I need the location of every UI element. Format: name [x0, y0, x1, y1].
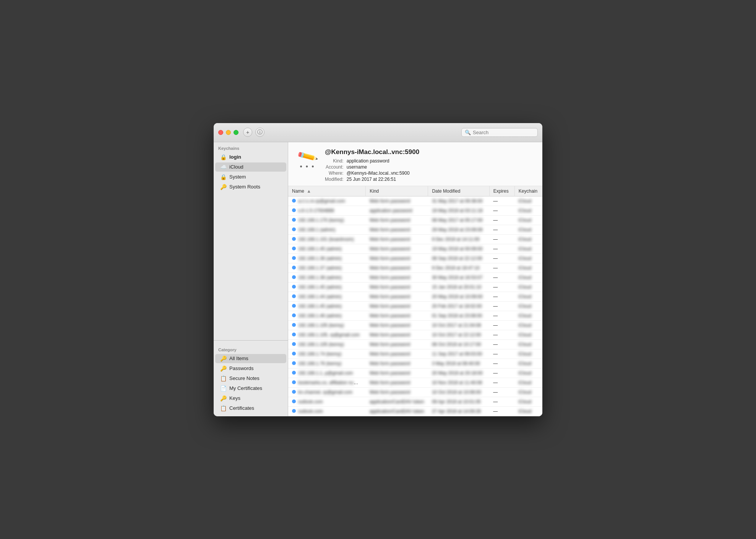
cell-keychain: iCloud [514, 263, 542, 273]
row-dot-icon [292, 333, 296, 336]
row-dot-icon [292, 247, 296, 250]
sidebar-item-system[interactable]: 🔒 System [215, 172, 286, 182]
minimize-button[interactable] [226, 130, 231, 135]
cell-name: 192.168.1.105 (kenny) [288, 339, 366, 349]
cell-name: a.t.l.c.m.rp@gmail.com [288, 196, 366, 206]
cell-expires: — [489, 349, 514, 359]
col-header-keychain[interactable]: Keychain [514, 186, 542, 196]
cell-expires: — [489, 359, 514, 368]
table-row[interactable]: 192.168.1.170 (kenny)Web form password08… [288, 215, 542, 225]
table-row[interactable]: 192.168.1.44 (admin)Web form password20 … [288, 292, 542, 301]
cert-icon: 📄 [220, 385, 227, 391]
col-header-name[interactable]: Name ▲ [288, 186, 366, 196]
cell-expires: — [489, 273, 514, 282]
search-box[interactable]: 🔍 [461, 128, 538, 137]
row-name-text: a.t.l.c.m.rp@gmail.com [298, 198, 345, 204]
table-row[interactable]: kn.channel, rp@gmail.comWeb form passwor… [288, 387, 542, 397]
content-area: Keychains 🔒 login ☁️ iCloud 🔒 System 🔑 S… [214, 142, 542, 416]
cell-keychain: iCloud [514, 273, 542, 282]
cell-name: s.6-1.5-17004888 [288, 206, 366, 215]
col-header-expires[interactable]: Expires [489, 186, 514, 196]
cell-date: 08 Sep 2018 at 22:12:09 [428, 253, 489, 263]
sidebar-item-icloud[interactable]: ☁️ iCloud [215, 162, 286, 172]
cell-expires: — [489, 225, 514, 234]
cell-kind: Web form password [366, 339, 428, 349]
cell-date: 10 Oct 2017 at 22:12:00 [428, 330, 489, 339]
table-row[interactable]: 192.168.1.76 (kenny)Web form password3 M… [288, 359, 542, 368]
cell-keychain: iCloud [514, 311, 542, 320]
sidebar-item-system-roots[interactable]: 🔑 System Roots [215, 182, 286, 192]
table-row[interactable]: bookmarks.co, affiliation numberWeb form… [288, 378, 542, 387]
table-row[interactable]: a.t.l.c.m.rp@gmail.comWeb form password3… [288, 196, 542, 206]
cell-date: 20 May 2018 at 20:18:00 [428, 368, 489, 378]
info-button[interactable]: ⓘ [255, 128, 264, 137]
lock-icon: 🔒 [220, 154, 227, 160]
maximize-button[interactable] [234, 130, 238, 135]
table-container[interactable]: Name ▲ Kind Date Modified Expires Keycha… [288, 186, 542, 416]
certificates-icon: 📋 [220, 405, 227, 411]
add-button[interactable]: + [243, 128, 252, 137]
sidebar-item-all-items[interactable]: 🔑 All Items [215, 354, 286, 363]
sidebar-divider [214, 340, 288, 341]
table-row[interactable]: 192.168.1.46 (admin)Web form password01 … [288, 311, 542, 320]
cell-expires: — [489, 387, 514, 397]
row-name-text: 192.168.1.45 (admin) [298, 304, 342, 309]
table-row[interactable]: 192.168.1.38 (admin)Web form password30 … [288, 273, 542, 282]
table-row[interactable]: 192.168.1.101 (boardroom)Web form passwo… [288, 234, 542, 244]
cell-date: 11 Sep 2017 at 09:03:00 [428, 349, 489, 359]
row-dot-icon [292, 323, 296, 327]
cell-keychain: iCloud [514, 397, 542, 406]
sidebar-item-label: All Items [229, 356, 248, 361]
row-name-text: 192.168.1.105 (kenny) [298, 323, 344, 328]
account-label: Account: [325, 164, 344, 170]
close-button[interactable] [218, 130, 223, 135]
table-row[interactable]: 192.168.1.45 (admin)Web form password15 … [288, 282, 542, 292]
cell-date: 27 Apr 2018 at 14:09:28 [428, 406, 489, 416]
sort-arrow-icon: ▲ [307, 188, 311, 194]
row-name-text: 192.168.1.45 (admin) [298, 246, 342, 252]
table-row[interactable]: 192.168.1 (admin)Web form password29 May… [288, 225, 542, 234]
password-icon: 🔑 [220, 365, 227, 372]
sidebar-item-certificates[interactable]: 📋 Certificates [215, 404, 286, 413]
sidebar-item-keys[interactable]: 🔑 Keys [215, 394, 286, 403]
cell-date: 9 Dec 2018 at 18:47:10 [428, 263, 489, 273]
cell-name: 192.168.1 (admin) [288, 225, 366, 234]
col-header-kind[interactable]: Kind [366, 186, 428, 196]
table-row[interactable]: s.6-1.5-17004888application password19 M… [288, 206, 542, 215]
cell-name: 192.168.1.36 (admin) [288, 253, 366, 263]
keychain-access-window: + ⓘ 🔍 Keychains 🔒 login ☁️ iCloud 🔒 Syst… [214, 123, 542, 416]
table-row[interactable]: 192.168.1.45 (admin)Web form password20 … [288, 301, 542, 311]
kind-value: application password [347, 158, 535, 164]
table-row[interactable]: 192.168.1.74 (kenny)Web form password11 … [288, 349, 542, 359]
table-row[interactable]: outlook.comapplication/CardDAV token09 A… [288, 397, 542, 406]
sidebar-item-passwords[interactable]: 🔑 Passwords [215, 364, 286, 373]
cell-kind: Web form password [366, 273, 428, 282]
row-dot-icon [292, 313, 296, 317]
cell-kind: application password [366, 206, 428, 215]
cell-date: 19 May 2018 at 00:09:00 [428, 244, 489, 253]
col-header-date[interactable]: Date Modified [428, 186, 489, 196]
cell-kind: Web form password [366, 263, 428, 273]
table-row[interactable]: outlook.comapplication/CardDAV token27 A… [288, 406, 542, 416]
table-row[interactable]: 192.168.1.105, rp@gmail.comWeb form pass… [288, 330, 542, 339]
detail-meta: Kind: application password Account: user… [325, 158, 535, 182]
table-row[interactable]: 192.168.1.45 (admin)Web form password19 … [288, 244, 542, 253]
sidebar-item-my-certificates[interactable]: 📄 My Certificates [215, 384, 286, 393]
cell-kind: application/CardDAV token [366, 397, 428, 406]
table-row[interactable]: 192.168.1.105 (kenny)Web form password10… [288, 320, 542, 330]
table-row[interactable]: 192.168.1.105 (kenny)Web form password08… [288, 339, 542, 349]
table-body: a.t.l.c.m.rp@gmail.comWeb form password3… [288, 196, 542, 416]
row-name-text: kn.channel, rp@gmail.com [298, 390, 352, 395]
cell-name: 192.168.1.76 (kenny) [288, 359, 366, 368]
search-input[interactable] [473, 130, 534, 135]
table-row[interactable]: 192.168.1.36 (admin)Web form password08 … [288, 253, 542, 263]
cell-date: 20 May 2018 at 10:09:00 [428, 292, 489, 301]
cell-date: 01 Sep 2018 at 23:08:00 [428, 311, 489, 320]
sidebar-item-secure-notes[interactable]: 📋 Secure Notes [215, 374, 286, 383]
sidebar-item-login[interactable]: 🔒 login [215, 153, 286, 162]
cell-kind: Web form password [366, 359, 428, 368]
table-row[interactable]: 192.168.1.1, p@gmail.comWeb form passwor… [288, 368, 542, 378]
table-row[interactable]: 192.168.1.37 (admin)Web form password9 D… [288, 263, 542, 273]
row-dot-icon [292, 266, 296, 270]
kind-label: Kind: [325, 158, 344, 164]
